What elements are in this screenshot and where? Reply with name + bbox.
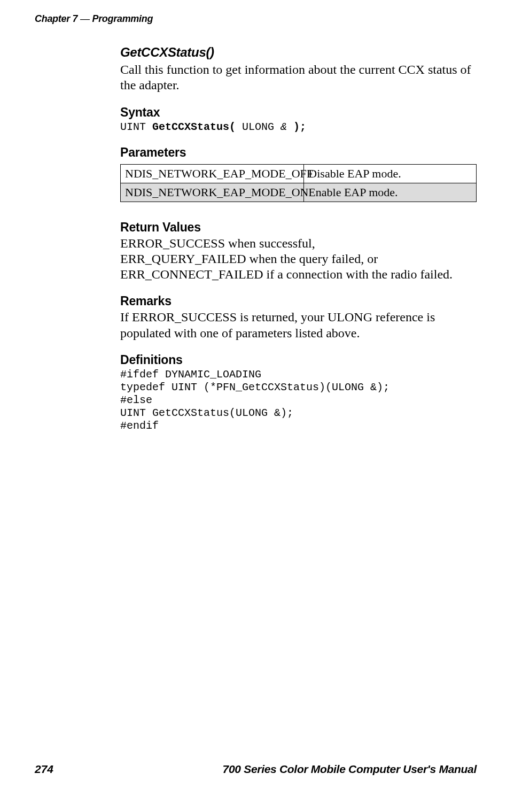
running-header: Chapter 7 — Programming <box>35 13 477 25</box>
chapter-label: Chapter 7 <box>35 13 77 24</box>
table-row: NDIS_NETWORK_EAP_MODE_OFF Disable EAP mo… <box>121 164 477 183</box>
syntax-code: UINT GetCCXStatus( ULONG & ); <box>120 121 477 134</box>
table-row: NDIS_NETWORK_EAP_MODE_ON Enable EAP mode… <box>121 183 477 202</box>
remarks-heading: Remarks <box>120 294 477 308</box>
param-desc: Enable EAP mode. <box>304 183 477 202</box>
syntax-heading: Syntax <box>120 105 477 120</box>
remarks-text: If ERROR_SUCCESS is returned, your ULONG… <box>120 310 477 341</box>
param-name: NDIS_NETWORK_EAP_MODE_OFF <box>121 164 304 183</box>
parameters-table: NDIS_NETWORK_EAP_MODE_OFF Disable EAP mo… <box>120 164 477 202</box>
param-desc: Disable EAP mode. <box>304 164 477 183</box>
manual-title: 700 Series Color Mobile Computer User's … <box>223 763 477 776</box>
page-content: GetCCXStatus() Call this function to get… <box>120 25 477 432</box>
return-values-heading: Return Values <box>120 220 477 235</box>
page-footer: 274 700 Series Color Mobile Computer Use… <box>35 763 477 776</box>
param-name: NDIS_NETWORK_EAP_MODE_ON <box>121 183 304 202</box>
definitions-heading: Definitions <box>120 353 477 367</box>
chapter-title: Programming <box>92 13 153 24</box>
definitions-code: #ifdef DYNAMIC_LOADING typedef UINT (*PF… <box>120 368 477 432</box>
return-values-text: ERROR_SUCCESS when successful, ERR_QUERY… <box>120 236 477 283</box>
dash: — <box>77 13 92 24</box>
function-description: Call this function to get information ab… <box>120 62 477 94</box>
page-number: 274 <box>35 763 53 776</box>
function-title: GetCCXStatus() <box>120 45 477 60</box>
parameters-heading: Parameters <box>120 145 477 160</box>
